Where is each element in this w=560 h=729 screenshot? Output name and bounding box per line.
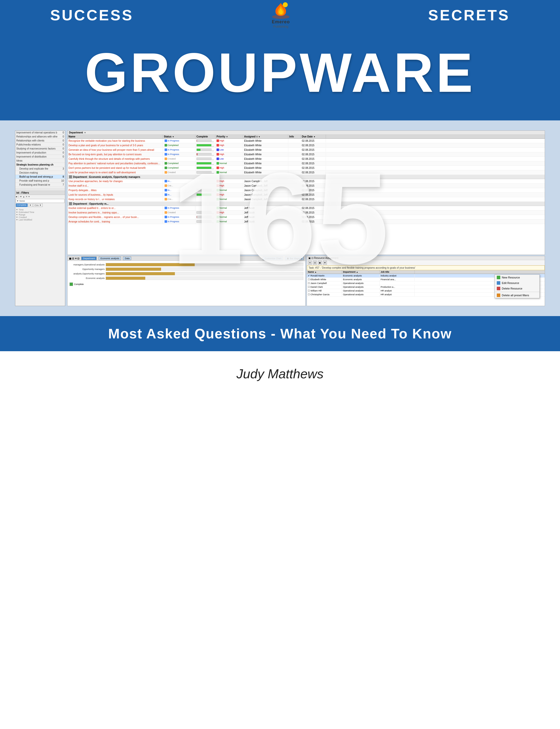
- resource-name: ☐ William Hill: [307, 289, 342, 293]
- col-priority: Priority ▼: [216, 135, 243, 138]
- task-due: 02.08.2015: [301, 162, 326, 165]
- task-complete: 1 %: [195, 215, 216, 219]
- task-info: [288, 159, 301, 160]
- customize-chart-button[interactable]: Customize Chart: [263, 257, 283, 260]
- task-assigned: Elizabeth White: [243, 166, 288, 170]
- chart-bar-area: [106, 272, 303, 275]
- task-priority: Normal: [216, 206, 243, 210]
- filter-item: ■ □ ▼ ▲ ✕ ✦: [16, 195, 64, 198]
- table-row: Generate an idea of how your business wi…: [67, 148, 545, 152]
- task-assigned: Jason Campbell, Jeff: [243, 179, 288, 183]
- task-due: 02.08.2015: [301, 197, 326, 201]
- task-assigned: Jason Campbell, Jeff: [243, 184, 288, 188]
- resource-name: ☐ Christopher Garcia: [307, 293, 342, 296]
- task-info: [288, 163, 301, 164]
- resource-name: ☐ Elizabeth White: [307, 278, 342, 281]
- tab-data[interactable]: Data: [123, 257, 131, 260]
- task-due: 02.08.2015: [301, 139, 326, 143]
- context-edit-resource[interactable]: Edit Resource: [495, 280, 539, 286]
- task-assigned: Jason Campbell, Jeff: [243, 193, 288, 197]
- chart-row: Opportunity managers: [69, 267, 303, 271]
- col-complete: Complete: [195, 135, 216, 138]
- left-item: Relationships and alliances with othe 0: [15, 135, 65, 139]
- col-name: Name: [67, 135, 163, 138]
- resource-name: ☐ Jason Campbell: [307, 281, 342, 285]
- table-row: Involve external qualified tr... entors …: [67, 206, 545, 210]
- col-due: Due Date ▼: [301, 135, 326, 138]
- task-assigned: Elizabeth White: [243, 148, 288, 152]
- task-priority: High: [216, 184, 243, 188]
- task-name: Carefully think through the structure an…: [67, 157, 163, 161]
- task-name: Involve external qualified tr... entors …: [67, 206, 163, 210]
- task-complete: [195, 193, 216, 197]
- task-name: Develop complex and flexible... rograms …: [67, 215, 163, 219]
- bar-diagram-button[interactable]: ▣ Bar diagram: [285, 257, 304, 260]
- chart-bar-area: [106, 263, 303, 266]
- resource-dept: Operational analysts: [342, 281, 380, 285]
- tool-btn-4[interactable]: ▼: [323, 261, 327, 265]
- res-col-name: Name ▲: [307, 270, 342, 274]
- legend-complete: Complete: [74, 283, 84, 285]
- author-name: Judy Matthews: [0, 366, 560, 381]
- task-priority: Normal: [216, 188, 243, 192]
- task-info: [288, 181, 301, 182]
- tool-btn-2[interactable]: ⊡: [313, 261, 317, 265]
- task-info: [288, 145, 301, 146]
- hero-title: GROUPWARE: [0, 45, 560, 100]
- publisher-sub: Publishing: [273, 25, 288, 28]
- resource-dept: Economic analysts: [342, 274, 380, 277]
- task-assigned: Jeff Scott: [243, 206, 288, 210]
- success-text: SUCCESS: [50, 7, 133, 24]
- task-priority: Low: [216, 148, 243, 152]
- res-col-dept: Department ▲: [342, 270, 380, 274]
- task-info: [288, 212, 301, 213]
- table-row: Look for sources of business... ity inpu…: [67, 193, 545, 197]
- left-item-indent: Fundraising and financial re 7: [15, 183, 65, 187]
- publisher-logo: Emereo Publishing: [271, 2, 291, 28]
- chart-panel: ▣ ⊡ ✕ ⊡ Department Economic analysts Dat…: [67, 256, 306, 306]
- resource-dept: Operational analysts: [342, 293, 380, 296]
- context-delete-resource[interactable]: Delete Resource: [495, 286, 539, 291]
- dept-header-3: Department : Opportunity m...: [67, 202, 545, 206]
- chart-bar-area: [106, 267, 303, 271]
- context-new-resource[interactable]: New Resource: [495, 275, 539, 280]
- tool-btn-1[interactable]: ✕: [308, 261, 312, 265]
- task-name: Develop a plan and goals of your busines…: [67, 143, 163, 147]
- task-due: 02.08.2015: [301, 148, 326, 152]
- task-priority: High: [216, 166, 243, 170]
- tab-department[interactable]: Department: [81, 257, 97, 260]
- task-priority: Normal: [216, 197, 243, 201]
- resource-header: ▣ ⊡ Resource Assignment: [307, 256, 545, 260]
- task-info: [288, 150, 301, 151]
- task-status: Created: [163, 210, 195, 215]
- task-name: Properly delegate... ilities: [67, 188, 163, 192]
- task-status: In...: [163, 193, 195, 197]
- task-priority: High: [216, 179, 243, 183]
- task-info: [288, 194, 301, 195]
- task-due: 02.08.2015: [301, 188, 326, 192]
- task-status: In Progress: [163, 206, 195, 210]
- task-due: 02.08.2015: [301, 143, 326, 147]
- resource-job: Financial ana...: [380, 278, 415, 281]
- chart-bar-area: [106, 276, 303, 280]
- tool-btn-3[interactable]: ▣: [318, 261, 322, 265]
- task-priority: High: [216, 153, 243, 157]
- logo-icon: [271, 2, 291, 19]
- task-complete: 100%: [195, 166, 216, 170]
- table-row: Arrange schedules for conti... training …: [67, 220, 545, 224]
- tab-economic[interactable]: Economic analysts: [99, 257, 121, 260]
- context-delete-filters[interactable]: Delete all preset filters: [495, 293, 539, 298]
- task-table: Department ▼ Name Status ▼ Complete Prio…: [67, 130, 545, 255]
- task-due: 02.08.2015: [301, 171, 326, 174]
- task-info: [288, 172, 301, 173]
- bottom-panels: ▣ ⊡ ✕ ⊡ Department Economic analysts Dat…: [67, 256, 545, 306]
- resource-job: [380, 283, 415, 284]
- resource-col-headers: Name ▲ Department ▲ Job title: [307, 270, 545, 274]
- filter-title: ist - Filters: [15, 191, 65, 195]
- task-priority: High: [216, 211, 243, 215]
- task-complete: 100%: [195, 162, 216, 166]
- task-assigned: Elizabeth White: [243, 139, 288, 143]
- task-due: 02.08.2015: [301, 215, 326, 219]
- col-info: Info: [288, 135, 301, 138]
- secrets-text: SECRETS: [428, 7, 510, 24]
